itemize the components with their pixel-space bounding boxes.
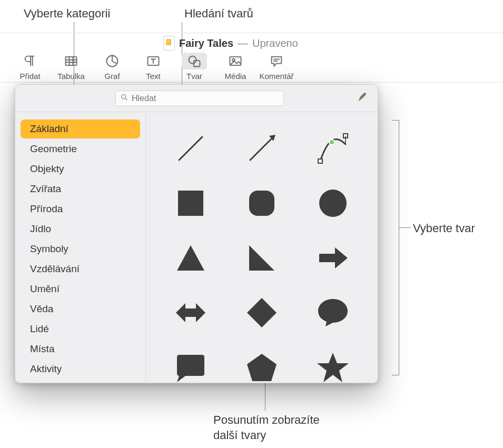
category-label: Objekty — [30, 163, 64, 175]
titlebar: Fairy Tales — Upraveno — [163, 36, 298, 51]
category-label: Aktivity — [30, 363, 62, 375]
bezier-icon — [316, 132, 350, 168]
category-label: Příroda — [30, 203, 63, 215]
shape-arrow-leftright[interactable] — [157, 288, 223, 340]
category-item[interactable]: Lidé — [21, 320, 140, 339]
shape-bezier[interactable] — [300, 124, 366, 175]
shape-icon — [182, 53, 207, 69]
pentagon-icon — [245, 351, 279, 383]
toolbar-comment-button[interactable]: Komentář — [260, 53, 293, 81]
toolbar-text-button[interactable]: Text — [137, 53, 170, 81]
svg-point-13 — [122, 95, 126, 99]
right-triangle-icon — [245, 241, 279, 277]
svg-line-16 — [250, 139, 271, 160]
category-item[interactable]: Místa — [21, 340, 140, 359]
category-item[interactable]: Jídlo — [21, 220, 140, 238]
category-item[interactable]: Aktivity — [21, 360, 140, 379]
bracket-bottom — [392, 375, 399, 375]
shape-arrow-line[interactable] — [229, 124, 294, 175]
category-item[interactable]: Umění — [21, 280, 140, 298]
toolbar: PřidatTabulkaGrafTextTvarMédiaKomentář — [14, 53, 293, 81]
category-label: Symboly — [30, 243, 68, 255]
toolbar-shape-button[interactable]: Tvar — [178, 53, 211, 81]
category-item[interactable]: Věda — [21, 300, 140, 318]
category-item[interactable]: Zvířata — [21, 180, 140, 198]
category-item[interactable]: Příroda — [21, 200, 140, 218]
svg-rect-8 — [194, 61, 200, 67]
paragraph-icon — [17, 53, 43, 69]
quote-bubble-icon — [174, 351, 208, 383]
document-status: Upraveno — [252, 37, 298, 49]
status-separator: — — [238, 37, 248, 49]
callout-select-shape: Vyberte tvar — [413, 221, 475, 236]
toolbar-label: Přidat — [19, 72, 40, 81]
category-label: Geometrie — [30, 143, 77, 155]
chrome-divider — [0, 33, 503, 33]
svg-line-14 — [125, 98, 127, 100]
toolbar-table-button[interactable]: Tabulka — [55, 53, 87, 81]
star-icon — [316, 351, 350, 383]
shape-quote-bubble[interactable] — [157, 343, 223, 383]
svg-point-7 — [189, 56, 196, 64]
svg-point-23 — [319, 190, 347, 217]
arrow-leftright-icon — [174, 296, 208, 332]
shape-right-triangle[interactable] — [229, 233, 294, 285]
toolbar-label: Text — [146, 72, 161, 81]
document-title: Fairy Tales — [179, 37, 233, 49]
toolbar-paragraph-button[interactable]: Přidat — [14, 53, 46, 81]
search-input[interactable] — [129, 93, 279, 104]
category-item[interactable]: Geometrie — [21, 140, 140, 158]
toolbar-media-button[interactable]: Média — [219, 53, 252, 81]
bracket-top — [392, 120, 399, 121]
category-item[interactable]: Objekty — [21, 160, 140, 178]
category-list[interactable]: ZákladníGeometrieObjektyZvířataPřírodaJí… — [15, 112, 146, 383]
callout-category: Vyberte kategorii — [24, 6, 110, 22]
shape-triangle[interactable] — [157, 233, 223, 285]
category-item[interactable]: Vzdělávání — [21, 260, 140, 278]
speech-bubble-icon — [316, 296, 350, 332]
shape-square[interactable] — [157, 178, 223, 230]
category-label: Vzdělávání — [30, 263, 80, 275]
toolbar-label: Tabulka — [57, 72, 85, 81]
pen-icon — [357, 91, 369, 105]
category-label: Umění — [30, 283, 60, 295]
text-icon — [141, 53, 166, 69]
shape-arrow-right[interactable] — [300, 233, 366, 285]
shape-grid[interactable] — [146, 112, 378, 383]
media-icon — [223, 53, 248, 69]
svg-rect-0 — [66, 57, 77, 65]
search-icon — [120, 92, 129, 104]
arrow-right-icon — [316, 241, 350, 277]
callout-search: Hledání tvarů — [184, 6, 253, 22]
toolbar-label: Média — [225, 72, 246, 81]
shape-rounded-square[interactable] — [229, 178, 294, 230]
arrow-line-icon — [245, 132, 279, 168]
category-label: Lidé — [30, 323, 49, 335]
category-item[interactable]: Symboly — [21, 240, 140, 258]
category-label: Základní — [30, 123, 68, 135]
toolbar-chart-button[interactable]: Graf — [96, 53, 129, 81]
chrome-divider — [0, 82, 503, 83]
rounded-square-icon — [245, 186, 279, 223]
callout-scroll: Posunutím zobrazíte další tvary — [213, 413, 320, 443]
bracket-right — [392, 120, 399, 375]
svg-line-15 — [179, 137, 202, 160]
category-label: Jídlo — [30, 223, 51, 235]
category-item[interactable]: Základní — [21, 120, 140, 138]
category-label: Zvířata — [30, 183, 61, 195]
shape-pentagon[interactable] — [229, 343, 294, 383]
comment-icon — [264, 53, 289, 69]
shape-star[interactable] — [300, 343, 366, 383]
shape-line[interactable] — [157, 124, 223, 175]
line-icon — [174, 132, 208, 168]
svg-rect-21 — [178, 191, 203, 216]
draw-shape-button[interactable] — [356, 91, 370, 106]
diamond-icon — [245, 296, 279, 332]
shape-diamond[interactable] — [229, 288, 294, 340]
popover-header — [15, 85, 378, 112]
shape-speech-bubble[interactable] — [300, 288, 366, 340]
square-icon — [174, 186, 208, 223]
shape-circle[interactable] — [300, 178, 366, 230]
search-field[interactable] — [115, 91, 284, 106]
toolbar-label: Komentář — [259, 72, 293, 81]
